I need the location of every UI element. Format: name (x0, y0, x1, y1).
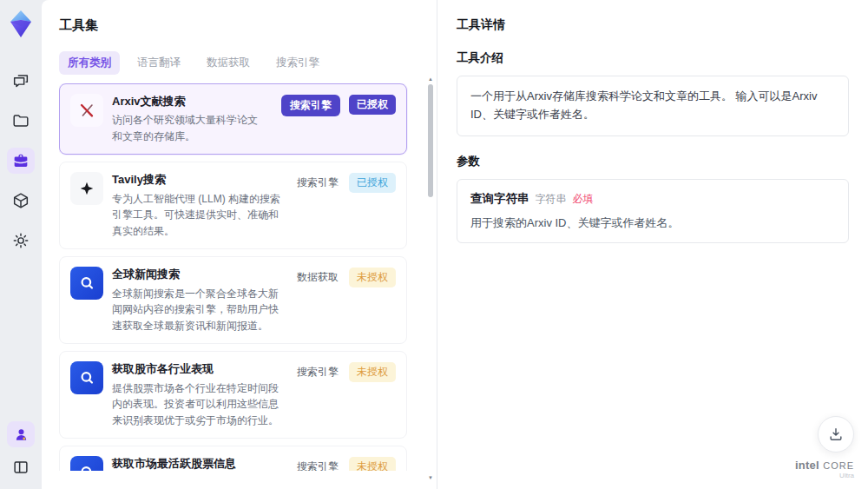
param-type: 字符串 (536, 192, 567, 207)
left-rail (0, 0, 42, 489)
tool-category-tag: 数据获取 (295, 268, 340, 287)
tool-desc: 专为人工智能代理 (LLM) 构建的搜索引擎工具。可快速提供实时、准确和真实的结… (112, 191, 281, 240)
scrollbar-up-arrow[interactable]: ▲ (427, 76, 434, 82)
tool-tags: 数据获取 未授权 (295, 267, 396, 334)
tool-category-tag: 搜索引擎 (281, 95, 340, 116)
tool-name: Tavily搜索 (112, 172, 281, 188)
tool-info: 获取市场最活跃股票信息 提供当天交易量最高的股票列表。投资者可以利用这些信息来识… (112, 456, 281, 471)
tool-status-badge: 已授权 (349, 95, 396, 115)
brand-suffix: Ultra (795, 472, 854, 480)
tool-info: 全球新闻搜索 全球新闻搜索是一个聚合全球各大新闻网站内容的搜索引擎，帮助用户快速… (112, 267, 281, 334)
tool-icon (70, 267, 103, 300)
tool-card[interactable]: 获取市场最活跃股票信息 提供当天交易量最高的股票列表。投资者可以利用这些信息来识… (59, 446, 407, 471)
tool-card[interactable]: Arxiv文献搜索 访问各个研究领域大量科学论文和文章的存储库。 搜索引擎 已授… (59, 83, 407, 155)
tool-card[interactable]: Tavily搜索 专为人工智能代理 (LLM) 构建的搜索引擎工具。可快速提供实… (59, 162, 407, 249)
tool-list: Arxiv文献搜索 访问各个研究领域大量科学论文和文章的存储库。 搜索引擎 已授… (59, 83, 418, 471)
category-tab[interactable]: 所有类别 (59, 51, 120, 75)
tool-status-badge: 未授权 (349, 457, 396, 471)
intel-core-logo: intel CORE Ultra (795, 457, 854, 480)
app-window: 工具集 所有类别语言翻译数据获取搜索引擎 Arxiv文献搜索 访问各个研究领域大… (0, 0, 868, 489)
param-required-badge: 必填 (573, 192, 594, 207)
tool-tags: 搜索引擎 已授权 (295, 172, 396, 239)
tool-icon (70, 361, 103, 394)
chat-icon[interactable] (7, 68, 35, 94)
download-icon (827, 426, 845, 443)
tool-tags: 搜索引擎 已授权 (281, 94, 396, 144)
tool-info: 获取股市各行业表现 提供股票市场各个行业在特定时间段内的表现。投资者可以利用这些… (112, 361, 281, 428)
main-content: 工具集 所有类别语言翻译数据获取搜索引擎 Arxiv文献搜索 访问各个研究领域大… (42, 0, 868, 489)
tool-category-tag: 搜索引擎 (295, 362, 340, 382)
tool-tags: 搜索引擎 未授权 (295, 456, 396, 471)
tool-status-badge: 已授权 (349, 173, 396, 193)
param-name: 查询字符串 (470, 191, 529, 207)
param-desc: 用于搜索的Arxiv ID、关键字或作者姓名。 (470, 215, 835, 232)
detail-title: 工具详情 (457, 17, 849, 33)
param-box: 查询字符串 字符串 必填 用于搜索的Arxiv ID、关键字或作者姓名。 (457, 179, 849, 244)
tool-status-badge: 未授权 (349, 362, 396, 382)
brand-intel: intel (795, 459, 819, 472)
tool-info: Arxiv文献搜索 访问各个研究领域大量科学论文和文章的存储库。 (112, 94, 267, 144)
rail-bottom (7, 421, 35, 480)
folder-icon[interactable] (7, 108, 35, 134)
tool-name: 获取市场最活跃股票信息 (112, 456, 281, 471)
tool-category-tag: 搜索引擎 (295, 457, 340, 471)
tool-name: 全球新闻搜索 (112, 267, 281, 282)
cube-icon[interactable] (7, 188, 35, 214)
tool-tags: 搜索引擎 未授权 (295, 361, 396, 428)
category-tabs: 所有类别语言翻译数据获取搜索引擎 (59, 51, 418, 75)
tool-desc: 提供股票市场各个行业在特定时间段内的表现。投资者可以利用这些信息来识别表现优于或… (112, 380, 281, 429)
tool-card[interactable]: 获取股市各行业表现 提供股票市场各个行业在特定时间段内的表现。投资者可以利用这些… (59, 351, 407, 439)
tool-card[interactable]: 全球新闻搜索 全球新闻搜索是一个聚合全球各大新闻网站内容的搜索引擎，帮助用户快速… (59, 256, 407, 344)
scrollbar-thumb[interactable] (428, 84, 433, 197)
category-tab[interactable]: 数据获取 (198, 51, 259, 75)
tool-list-panel: 工具集 所有类别语言翻译数据获取搜索引擎 Arxiv文献搜索 访问各个研究领域大… (42, 0, 437, 489)
toolbox-icon[interactable] (7, 148, 35, 174)
tool-desc: 全球新闻搜索是一个聚合全球各大新闻网站内容的搜索引擎，帮助用户快速获取全球最新资… (112, 286, 281, 334)
page-title: 工具集 (59, 17, 418, 34)
intro-heading: 工具介绍 (457, 50, 849, 66)
params-heading: 参数 (457, 154, 849, 169)
param-line: 查询字符串 字符串 必填 (470, 191, 835, 207)
list-scrollbar[interactable]: ▲ ▼ (427, 76, 434, 480)
intro-text: 一个用于从Arxiv存储库搜索科学论文和文章的工具。 输入可以是Arxiv ID… (470, 88, 835, 124)
tool-name: 获取股市各行业表现 (112, 361, 281, 377)
category-tab[interactable]: 语言翻译 (128, 51, 189, 75)
tool-category-tag: 搜索引擎 (295, 173, 340, 193)
tool-icon (70, 456, 103, 471)
scrollbar-down-arrow[interactable]: ▼ (427, 475, 434, 480)
tool-icon (70, 172, 103, 205)
panel-icon[interactable] (7, 454, 35, 480)
rail-nav (7, 68, 35, 254)
brand-core: CORE (823, 460, 854, 471)
tool-info: Tavily搜索 专为人工智能代理 (LLM) 构建的搜索引擎工具。可快速提供实… (112, 172, 281, 239)
tool-detail-panel: 工具详情 工具介绍 一个用于从Arxiv存储库搜索科学论文和文章的工具。 输入可… (437, 0, 868, 489)
tool-status-badge: 未授权 (349, 268, 396, 287)
tool-name: Arxiv文献搜索 (112, 94, 267, 109)
user-icon[interactable] (7, 421, 35, 447)
app-logo-icon[interactable] (8, 9, 34, 40)
category-tab[interactable]: 搜索引擎 (267, 51, 328, 75)
tool-icon (70, 94, 103, 127)
download-button[interactable] (818, 416, 854, 453)
intro-box: 一个用于从Arxiv存储库搜索科学论文和文章的工具。 输入可以是Arxiv ID… (457, 76, 849, 136)
settings-icon[interactable] (7, 228, 35, 254)
tool-desc: 访问各个研究领域大量科学论文和文章的存储库。 (112, 112, 267, 144)
